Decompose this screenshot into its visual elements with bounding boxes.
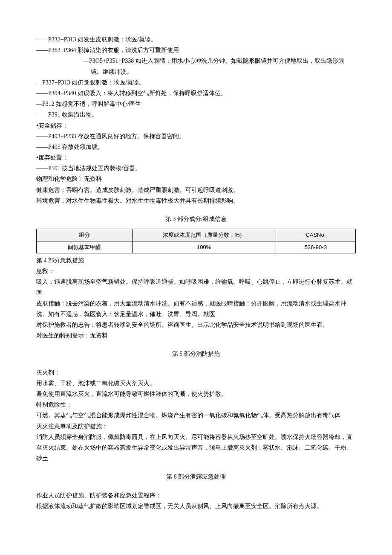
- p-statement: —P3O5+P351+P338 如进入眼睛：用水小心冲洗几分钟。如戴隐形眼镜并可…: [91, 55, 356, 77]
- col-concentration: 浓度或浓度范围（质量分数，%）: [132, 229, 276, 241]
- cell-cas: 536-90-3: [276, 241, 355, 253]
- section-3-title: 第 3 部分成分/组成信息: [36, 214, 356, 224]
- environmental-hazard: 环境危害：对水生生物毒性极大。对水生生物毒性极大并具有长期持续影响。: [36, 195, 356, 206]
- section-4-title: 第 4 部分急救措施: [36, 255, 356, 266]
- s5-line: 避免使用直流水灭火，直流水可能导致可燃性液体的飞溅，使火势扩散。: [36, 389, 356, 399]
- composition-table: 组分 浓度或浓度范围（质量分数，%） CASNo. 间氨基苯甲醛 100% 53…: [36, 229, 356, 253]
- table-row: 间氨基苯甲醛 100% 536-90-3: [37, 241, 356, 253]
- p-statement: ——P304+P340 如误吸入：将人转移到空气新鲜处，保持呼吸舒适体位。: [36, 88, 356, 99]
- p-statement: ——P362+P364 脱掉沾染的衣服，清洗后方可重新使用: [36, 45, 356, 55]
- s4-line: 吸入：迅速脱离现场至空气新鲜处。保持呼吸道通畅。如呼吸困难，给输氧。呼吸、心跳停…: [36, 276, 356, 298]
- s5-line: 用水雾、干粉、泡沫或二氧化碳灭火剂灭火。: [36, 378, 356, 389]
- section-6-title: 第 6 部分泄露应急处理: [36, 471, 356, 482]
- p-statement: —P312 如感觉不适，呼叫解毒中心/医生: [36, 99, 356, 109]
- s5-line: 消防人员须穿全身消防服，佩戴防毒面具，在上风向灭火。尽可能将容器从火场移至空旷处…: [36, 432, 356, 464]
- disposal-item: ——P501 按当地法规处置内装物/容器。: [36, 163, 356, 174]
- health-hazard: 健康危害：吞咽有害。造成皮肤刺激。造成严重眼刺激。可引起呼吸道刺激。: [36, 185, 356, 195]
- s5-line: 可燃。其蒸气与空气混合能形成爆炸性混合物。燃烧产生有害的一氧化碳和氮氧化物气体。…: [36, 410, 356, 421]
- p-statements-block: ——P332+P313 如发生皮肤刺激：求医/就诊。 ——P362+P364 脱…: [36, 34, 356, 120]
- s4-line: 急救：: [36, 266, 356, 276]
- cell-component: 间氨基苯甲醛: [37, 241, 133, 253]
- storage-items: ——P403+P233 存放在通风良好的地方。保持容器密闭。 ——P405 存放…: [36, 131, 356, 152]
- cell-concentration: 100%: [132, 241, 276, 253]
- storage-heading: •安全储存：: [36, 120, 356, 131]
- s5-line: 灭火剂：: [36, 367, 356, 378]
- p-statement: ——P332+P313 如发生皮肤刺激：求医/就诊。: [36, 34, 356, 45]
- col-component: 组分: [37, 229, 133, 241]
- s4-line: 对保护施救者的忠告：将患者转移到安全的场所。咨询医生。出示此化学品安全技术说明书…: [36, 320, 356, 330]
- section-5-title: 第 5 部分消防措施: [36, 349, 356, 359]
- s4-line: 皮肤接触：脱去污染的衣着，用大量流动清水冲洗。如有不适感，就医眼晴接触：分开眼睑…: [36, 298, 356, 320]
- s4-line: 对医生的特别提示：无资料: [36, 330, 356, 341]
- col-cas: CASNo.: [276, 229, 355, 241]
- s6-line: 作业人员防护措施、防护装备和应急处置程序：: [36, 490, 356, 501]
- s5-line: 灭火注意事项及防护措施：: [36, 421, 356, 432]
- p-statement: ——P391 收集溢出物。: [36, 109, 356, 120]
- s5-line: 特别危险性：: [36, 399, 356, 410]
- physical-chemical-hazard: 物理和化学危险〕无资料: [36, 174, 356, 184]
- disposal-heading: •废弃处置：: [36, 152, 356, 163]
- disposal-items: ——P501 按当地法规处置内装物/容器。: [36, 163, 356, 174]
- storage-item: ——P405 存放处须加锁。: [36, 142, 356, 152]
- s6-line: 根据液体流动和蒸气扩散的影响区域划定警戒区，无关人员从侧风、上风向撤离至安全区。…: [36, 501, 356, 511]
- storage-item: ——P403+P233 存放在通风良好的地方。保持容器密闭。: [36, 131, 356, 142]
- table-header-row: 组分 浓度或浓度范围（质量分数，%） CASNo.: [37, 229, 356, 241]
- p-statement: —P337+P313 如仍觉眼刺激：求医/就诊。: [36, 77, 356, 88]
